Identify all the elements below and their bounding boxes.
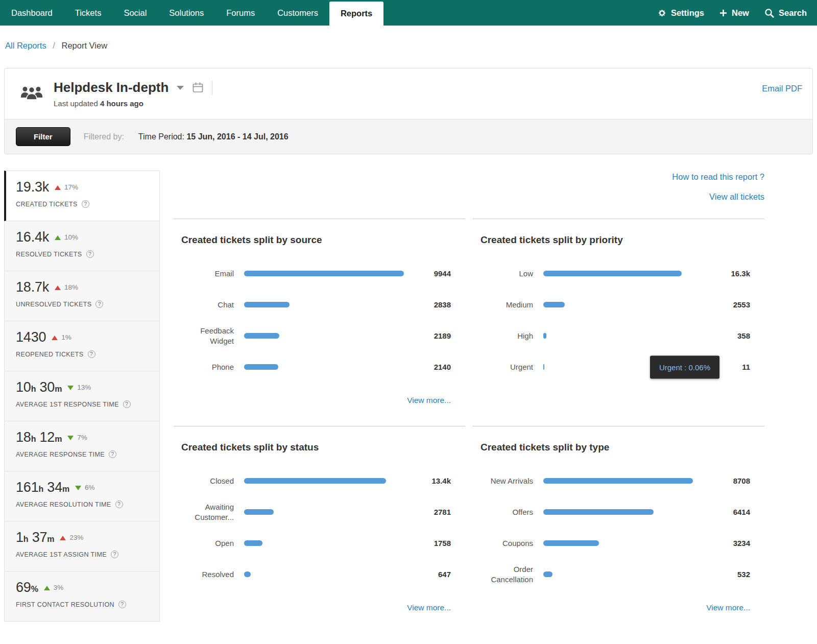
report-title-block: Helpdesk In-depth Last updated 4 hours a… [54, 80, 212, 108]
metric-card-unresolved-tickets[interactable]: 18.7k18%UNRESOLVED TICKETS? [4, 271, 160, 321]
nav-right: Settings New Search [658, 0, 817, 26]
new-label: New [732, 8, 749, 18]
metric-value: 161h 34m [16, 480, 69, 495]
metric-card-created-tickets[interactable]: 19.3k17%CREATED TICKETS? [4, 171, 160, 221]
chart-bar-track [244, 302, 407, 307]
nav-item-dashboard[interactable]: Dashboard [0, 0, 64, 26]
search-icon [764, 8, 774, 18]
metric-value: 10h 30m [16, 379, 62, 395]
chart-bar-track [244, 333, 407, 339]
chart-bar[interactable] [244, 271, 404, 276]
calendar-icon[interactable] [192, 82, 204, 93]
filter-button[interactable]: Filter [16, 127, 70, 146]
question-icon[interactable]: ? [111, 551, 118, 558]
chart-bar[interactable] [543, 478, 693, 484]
chart-bar[interactable] [543, 333, 546, 339]
nav-item-solutions[interactable]: Solutions [158, 0, 215, 26]
chart-bar[interactable] [244, 364, 278, 370]
chart-category-label: Order Cancellation [480, 564, 533, 584]
question-icon[interactable]: ? [115, 500, 123, 508]
chart-bar[interactable] [244, 478, 386, 484]
chart-value-label: 13.4k [417, 476, 451, 485]
time-period-value: 15 Jun, 2016 - 14 Jul, 2016 [186, 132, 288, 141]
question-icon[interactable]: ? [123, 400, 131, 408]
metric-card-average-1st-assign-time[interactable]: 1h 37m23%AVERAGE 1ST ASSIGN TIME? [4, 521, 160, 571]
report-title: Helpdesk In-depth [54, 80, 169, 96]
chart-category-label: Awaiting Customer... [181, 502, 234, 522]
settings-button[interactable]: Settings [658, 8, 704, 18]
metric-card-average-response-time[interactable]: 18h 12m7%AVERAGE RESPONSE TIME? [4, 421, 160, 471]
breadcrumb: All Reports / Report View [5, 41, 817, 51]
main-nav-items: DashboardTicketsSocialSolutionsForumsCus… [0, 0, 383, 26]
chart-bar[interactable] [543, 271, 682, 276]
chart-bar[interactable] [244, 540, 262, 546]
chart-bar[interactable] [244, 302, 290, 307]
chart-value-label: 2140 [417, 363, 451, 371]
nav-item-forums[interactable]: Forums [215, 0, 266, 26]
report-card: Helpdesk In-depth Last updated 4 hours a… [4, 68, 813, 154]
metric-card-average-1st-response-time[interactable]: 10h 30m13%AVERAGE 1ST RESPONSE TIME? [4, 371, 160, 421]
metric-value: 19.3k [16, 179, 49, 195]
breadcrumb-separator: / [53, 41, 55, 50]
chart-bar-track [543, 302, 706, 307]
nav-item-social[interactable]: Social [112, 0, 158, 26]
metric-value: 18h 12m [16, 430, 62, 445]
nav-item-reports[interactable]: Reports [329, 2, 383, 26]
chart-row: New Arrivals8708 [480, 465, 764, 496]
chart-bar[interactable] [543, 540, 599, 546]
view-more-link[interactable]: View more... [480, 603, 750, 612]
metric-value-row: 18.7k18% [16, 279, 152, 295]
metric-card-average-resolution-time[interactable]: 161h 34m6%AVERAGE RESOLUTION TIME? [4, 471, 160, 521]
metric-delta: 10% [64, 233, 78, 241]
metric-label-text: UNRESOLVED TICKETS [16, 301, 91, 308]
chart-bar[interactable] [543, 302, 565, 307]
chart-bar[interactable] [543, 509, 654, 515]
gear-icon [658, 9, 666, 17]
metric-card-reopened-tickets[interactable]: 14301%REOPENED TICKETS? [4, 321, 160, 371]
breadcrumb-all-reports[interactable]: All Reports [5, 41, 46, 50]
search-button[interactable]: Search [764, 8, 807, 18]
chart-rows: Closed13.4kAwaiting Customer...2781Open1… [181, 465, 465, 590]
email-pdf-link[interactable]: Email PDF [762, 84, 802, 93]
metric-label-text: AVERAGE 1ST RESPONSE TIME [16, 401, 119, 408]
question-icon[interactable]: ? [88, 350, 95, 358]
question-icon[interactable]: ? [95, 300, 103, 308]
chart-bar[interactable] [244, 509, 274, 515]
chart-bar[interactable] [543, 364, 544, 370]
question-icon[interactable]: ? [82, 200, 89, 208]
chart-row: Chat2838 [181, 289, 465, 320]
chart-bar-track [244, 271, 407, 276]
top-links: How to read this report ? View all ticke… [174, 172, 764, 202]
question-icon[interactable]: ? [109, 450, 116, 458]
how-to-read-link[interactable]: How to read this report ? [672, 172, 764, 182]
view-all-tickets-link[interactable]: View all tickets [709, 192, 764, 202]
metric-label-text: AVERAGE RESOLUTION TIME [16, 501, 111, 508]
chart-category-label: Closed [181, 476, 234, 486]
view-more-link[interactable]: View more... [181, 396, 451, 405]
question-icon[interactable]: ? [118, 601, 126, 608]
chart-value-label: 647 [417, 570, 451, 579]
metric-value-row: 69%3% [16, 580, 152, 595]
metric-card-first-contact-resolution[interactable]: 69%3%FIRST CONTACT RESOLUTION? [4, 571, 160, 622]
chart-split-by-status: Created tickets split by status Closed13… [174, 426, 465, 633]
chart-bar[interactable] [244, 571, 251, 577]
nav-item-customers[interactable]: Customers [266, 0, 329, 26]
chart-bar[interactable] [244, 333, 279, 339]
caret-down-icon[interactable] [177, 86, 184, 90]
chart-bar[interactable] [543, 571, 552, 577]
chart-value-label: 2189 [417, 331, 451, 340]
chart-value-label: 2838 [417, 300, 451, 309]
chart-title: Created tickets split by priority [480, 234, 764, 246]
view-more-link[interactable]: View more... [181, 603, 451, 612]
nav-item-tickets[interactable]: Tickets [64, 0, 113, 26]
chart-category-label: Medium [480, 300, 533, 310]
main-content: 19.3k17%CREATED TICKETS?16.4k10%RESOLVED… [4, 171, 813, 633]
filtered-by-label: Filtered by: [84, 132, 124, 141]
question-icon[interactable]: ? [86, 250, 94, 258]
metric-card-resolved-tickets[interactable]: 16.4k10%RESOLVED TICKETS? [4, 221, 160, 271]
metric-delta: 23% [69, 534, 83, 541]
new-button[interactable]: New [719, 8, 749, 18]
metric-label: UNRESOLVED TICKETS? [16, 300, 152, 308]
chart-category-label: High [480, 331, 533, 341]
time-period: Time Period: 15 Jun, 2016 - 14 Jul, 2016 [138, 132, 289, 141]
